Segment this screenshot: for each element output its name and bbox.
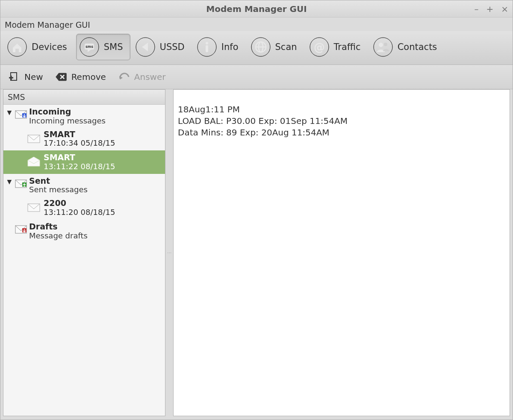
- menubar: Modem Manager GUI: [0, 18, 513, 31]
- sms-icon: sms: [79, 37, 100, 57]
- mail-sent-icon: [15, 176, 27, 189]
- tab-info[interactable]: Info: [194, 34, 246, 60]
- remove-icon: [55, 72, 67, 82]
- folder-drafts-title: Drafts: [29, 222, 88, 232]
- expander-icon[interactable]: ▼: [6, 178, 13, 185]
- tab-traffic-label: Traffic: [334, 42, 361, 52]
- action-toolbar: New Remove Answer: [0, 65, 513, 89]
- message-sender: 2200: [44, 199, 115, 208]
- remove-button[interactable]: Remove: [55, 72, 106, 82]
- tab-info-label: Info: [221, 42, 239, 52]
- tab-contacts-label: Contacts: [398, 42, 437, 52]
- message-time: 17:10:34 05/18/15: [44, 139, 115, 148]
- folder-sent-title: Sent: [29, 176, 88, 186]
- folder-drafts[interactable]: ▼ Drafts Message drafts: [3, 220, 165, 242]
- new-button-label: New: [24, 72, 43, 82]
- titlebar: Modem Manager GUI – + ×: [0, 0, 513, 18]
- window-controls: – + ×: [474, 0, 508, 17]
- tab-sms[interactable]: sms SMS: [76, 34, 130, 60]
- svg-point-14: [374, 38, 392, 56]
- close-button[interactable]: ×: [501, 4, 508, 14]
- contacts-icon: [373, 37, 393, 57]
- message-item[interactable]: SMART 17:10:34 05/18/15: [3, 127, 165, 151]
- answer-button-label: Answer: [134, 72, 166, 82]
- svg-text:sms: sms: [86, 45, 93, 49]
- mail-closed-icon: [27, 203, 40, 213]
- svg-rect-20: [28, 135, 40, 143]
- svg-point-15: [379, 43, 383, 47]
- folder-drafts-sub: Message drafts: [29, 232, 88, 241]
- content-area: SMS ▼ Incoming Incoming messages: [0, 89, 513, 420]
- message-sender: SMART: [44, 130, 115, 139]
- tab-ussd[interactable]: USSD: [132, 34, 192, 60]
- svg-text:@: @: [314, 41, 325, 53]
- new-button[interactable]: New: [8, 72, 43, 82]
- message-time: 13:11:20 08/18/15: [44, 208, 115, 217]
- svg-point-6: [206, 42, 208, 44]
- back-arrow-icon: [135, 37, 156, 57]
- mail-closed-icon: [27, 134, 40, 144]
- message-viewer[interactable]: 18Aug1:11 PM LOAD BAL: P30.00 Exp: 01Sep…: [173, 89, 510, 416]
- answer-icon: [118, 72, 130, 82]
- tab-devices-label: Devices: [32, 42, 67, 52]
- message-item[interactable]: SMART 13:11:22 08/18/15: [3, 150, 165, 174]
- message-body-text: 18Aug1:11 PM LOAD BAL: P30.00 Exp: 01Sep…: [178, 104, 348, 138]
- sidebar-heading: SMS: [3, 90, 165, 105]
- app-menu-label[interactable]: Modem Manager GUI: [5, 20, 90, 29]
- window-title: Modem Manager GUI: [0, 4, 513, 14]
- expander-icon[interactable]: ▼: [6, 224, 13, 231]
- svg-point-16: [384, 43, 387, 46]
- tab-contacts[interactable]: Contacts: [370, 34, 445, 60]
- sms-sidebar: SMS ▼ Incoming Incoming messages: [3, 89, 165, 416]
- message-item[interactable]: 2200 13:11:20 08/18/15: [3, 196, 165, 220]
- tab-scan[interactable]: Scan: [248, 34, 304, 60]
- window: Modem Manager GUI – + × Modem Manager GU…: [0, 0, 513, 420]
- svg-rect-7: [206, 45, 208, 52]
- tab-sms-label: SMS: [104, 42, 123, 52]
- answer-button: Answer: [118, 72, 166, 82]
- minimize-button[interactable]: –: [474, 4, 478, 14]
- folder-incoming-title: Incoming: [29, 107, 106, 117]
- mail-open-icon: [27, 157, 40, 167]
- pane-splitter[interactable]: ⋮: [168, 89, 171, 416]
- info-icon: [197, 37, 217, 57]
- folder-incoming[interactable]: ▼ Incoming Incoming messages: [3, 105, 165, 127]
- folder-sent[interactable]: ▼ Sent Sent messages: [3, 174, 165, 197]
- expander-icon[interactable]: ▼: [6, 109, 13, 116]
- folder-incoming-sub: Incoming messages: [29, 117, 106, 126]
- globe-icon: [251, 37, 271, 57]
- message-time: 13:11:22 08/18/15: [44, 162, 115, 171]
- main-toolbar: Devices sms SMS USSD Info: [0, 31, 513, 65]
- folder-sent-sub: Sent messages: [29, 185, 88, 194]
- tab-devices[interactable]: Devices: [4, 34, 74, 60]
- folder-tree[interactable]: ▼ Incoming Incoming messages: [3, 105, 165, 416]
- tab-scan-label: Scan: [275, 42, 297, 52]
- maximize-button[interactable]: +: [486, 4, 493, 14]
- at-icon: @: [309, 37, 330, 57]
- svg-rect-23: [28, 204, 40, 211]
- tab-traffic[interactable]: @ Traffic: [306, 34, 368, 60]
- remove-button-label: Remove: [71, 72, 106, 82]
- tab-ussd-label: USSD: [160, 42, 185, 52]
- mail-incoming-icon: [15, 107, 27, 120]
- message-sender: SMART: [44, 153, 115, 162]
- home-icon: [7, 37, 27, 57]
- new-icon: [8, 72, 20, 82]
- mail-drafts-icon: [15, 222, 27, 235]
